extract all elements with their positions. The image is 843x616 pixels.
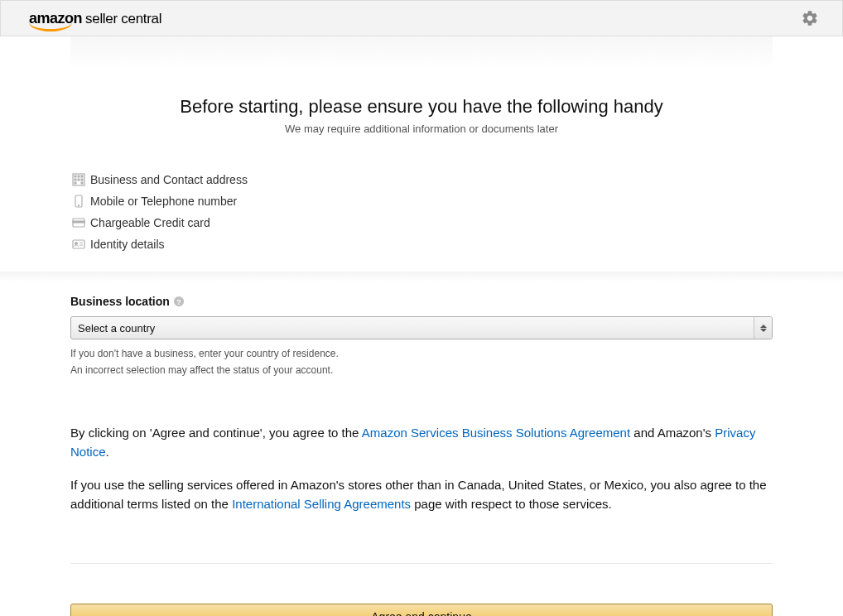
agreement-text-part: By clicking on 'Agree and continue', you… xyxy=(70,426,362,440)
svg-rect-8 xyxy=(81,182,83,184)
page-title: Before starting, please ensure you have … xyxy=(70,96,773,118)
requirement-label: Mobile or Telephone number xyxy=(90,195,237,208)
agreement-text-part: and Amazon's xyxy=(630,426,715,440)
location-helper-2: An incorrect selection may affect the st… xyxy=(70,364,773,376)
svg-rect-7 xyxy=(75,182,76,184)
requirement-label: Identity details xyxy=(90,238,165,251)
logo[interactable]: amazon seller central xyxy=(29,10,161,27)
intro-block: Before starting, please ensure you have … xyxy=(70,36,773,135)
logo-primary: amazon xyxy=(29,10,82,27)
location-label: Business location xyxy=(70,295,170,308)
svg-rect-1 xyxy=(75,176,76,177)
agree-continue-button[interactable]: Agree and continue xyxy=(70,604,773,616)
id-card-icon xyxy=(72,238,85,251)
top-bar: amazon seller central xyxy=(0,0,843,36)
requirement-item: Chargeable Credit card xyxy=(72,216,773,229)
footer-area: Agree and continue xyxy=(70,563,773,616)
country-select-wrap: Select a country xyxy=(70,316,773,339)
requirements-list: Business and Contact address Mobile or T… xyxy=(70,173,773,251)
location-label-row: Business location ? xyxy=(70,295,773,308)
credit-card-icon xyxy=(72,216,85,229)
agreement-text: By clicking on 'Agree and continue', you… xyxy=(70,424,773,513)
page-subtitle: We may require additional information or… xyxy=(70,123,773,135)
intl-selling-link[interactable]: International Selling Agreements xyxy=(232,497,411,511)
gear-icon[interactable] xyxy=(801,9,819,27)
building-icon xyxy=(72,173,85,186)
logo-secondary: seller central xyxy=(85,11,161,27)
svg-rect-12 xyxy=(73,221,84,223)
requirement-item: Identity details xyxy=(72,238,773,251)
agreement-text-part: page with respect to those services. xyxy=(411,497,612,511)
svg-point-14 xyxy=(75,243,78,245)
location-helper-1: If you don't have a business, enter your… xyxy=(70,348,773,359)
help-icon[interactable]: ? xyxy=(173,296,185,307)
svg-rect-6 xyxy=(81,179,83,180)
requirement-label: Chargeable Credit card xyxy=(90,216,210,229)
svg-rect-5 xyxy=(78,179,79,180)
requirement-item: Mobile or Telephone number xyxy=(72,195,773,208)
svg-point-10 xyxy=(78,205,79,206)
requirement-item: Business and Contact address xyxy=(72,173,773,186)
location-section: Business location ? Select a country If … xyxy=(0,271,843,513)
business-agreement-link[interactable]: Amazon Services Business Solutions Agree… xyxy=(362,426,630,440)
svg-rect-4 xyxy=(75,179,76,180)
agreement-text-part: . xyxy=(106,445,109,459)
svg-rect-2 xyxy=(78,176,79,177)
country-select[interactable]: Select a country xyxy=(70,316,773,339)
svg-text:?: ? xyxy=(176,298,181,306)
phone-icon xyxy=(72,195,85,208)
requirement-label: Business and Contact address xyxy=(90,173,248,186)
svg-rect-13 xyxy=(73,240,84,248)
svg-rect-3 xyxy=(81,176,83,177)
main-container: Before starting, please ensure you have … xyxy=(70,36,773,616)
